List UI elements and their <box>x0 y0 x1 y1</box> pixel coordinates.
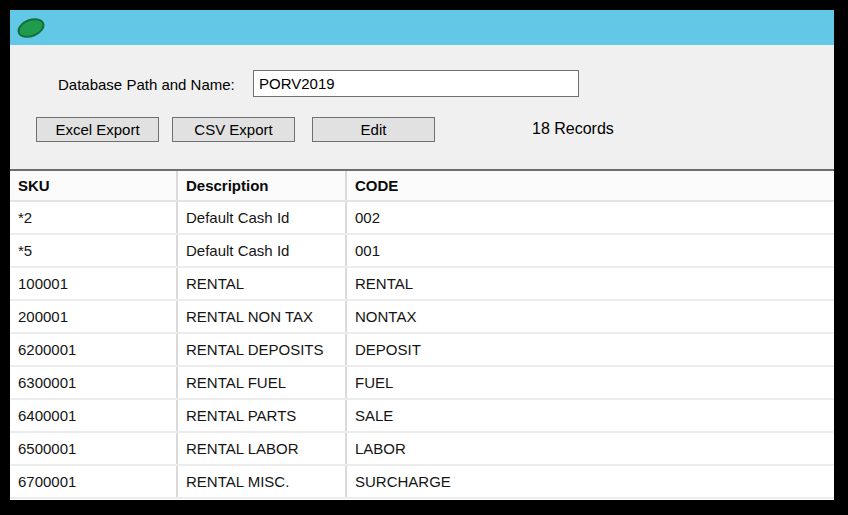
record-count-label: 18 Records <box>532 120 614 138</box>
cell-code[interactable]: FUEL <box>347 367 834 398</box>
cell-description[interactable]: RENTAL NON TAX <box>178 301 347 332</box>
cell-description[interactable]: Default Cash Id <box>178 202 347 233</box>
title-bar[interactable] <box>10 10 834 45</box>
cell-code[interactable]: SURCHARGE <box>347 466 834 497</box>
cell-description[interactable]: RENTAL DEPOSITS <box>178 334 347 365</box>
table-row[interactable]: *5 Default Cash Id 001 <box>10 235 834 268</box>
csv-export-button[interactable]: CSV Export <box>172 117 295 142</box>
cell-sku[interactable]: 6200001 <box>10 334 178 365</box>
cell-sku[interactable]: 6400001 <box>10 400 178 431</box>
table-row[interactable]: 100001 RENTAL RENTAL <box>10 268 834 301</box>
column-header-code[interactable]: CODE <box>347 171 834 200</box>
cell-sku[interactable]: *2 <box>10 202 178 233</box>
table-header-row: SKU Description CODE <box>10 171 834 202</box>
table-row[interactable]: *2 Default Cash Id 002 <box>10 202 834 235</box>
cell-code[interactable]: RENTAL <box>347 268 834 299</box>
cell-sku[interactable]: *5 <box>10 235 178 266</box>
cell-code[interactable]: 001 <box>347 235 834 266</box>
column-header-sku[interactable]: SKU <box>10 171 178 200</box>
cell-sku[interactable]: 6300001 <box>10 367 178 398</box>
cell-description[interactable]: RENTAL PARTS <box>178 400 347 431</box>
cell-sku[interactable]: 6700001 <box>10 466 178 497</box>
table-row[interactable]: 200001 RENTAL NON TAX NONTAX <box>10 301 834 334</box>
table-row[interactable]: 6700001 RENTAL MISC. SURCHARGE <box>10 466 834 499</box>
cell-sku[interactable]: 100001 <box>10 268 178 299</box>
cell-description[interactable]: RENTAL FUEL <box>178 367 347 398</box>
screen: { "window": { "titlebar_icon": "green-ov… <box>0 0 848 515</box>
table-row[interactable]: 6500001 RENTAL LABOR LABOR <box>10 433 834 466</box>
cell-code[interactable]: DEPOSIT <box>347 334 834 365</box>
cell-code[interactable]: SALE <box>347 400 834 431</box>
database-path-label: Database Path and Name: <box>58 76 235 93</box>
cell-code[interactable]: LABOR <box>347 433 834 464</box>
app-window: Database Path and Name: Excel Export CSV… <box>10 10 834 500</box>
cell-code[interactable]: 002 <box>347 202 834 233</box>
table-row[interactable]: 6400001 RENTAL PARTS SALE <box>10 400 834 433</box>
excel-export-button[interactable]: Excel Export <box>36 117 159 142</box>
database-path-input[interactable] <box>253 70 579 97</box>
data-grid: SKU Description CODE *2 Default Cash Id … <box>10 169 834 500</box>
table-row[interactable]: 6200001 RENTAL DEPOSITS DEPOSIT <box>10 334 834 367</box>
column-header-description[interactable]: Description <box>178 171 347 200</box>
cell-description[interactable]: RENTAL MISC. <box>178 466 347 497</box>
cell-description[interactable]: Default Cash Id <box>178 235 347 266</box>
cell-description[interactable]: RENTAL LABOR <box>178 433 347 464</box>
cell-sku[interactable]: 6500001 <box>10 433 178 464</box>
cell-code[interactable]: NONTAX <box>347 301 834 332</box>
green-oval-icon <box>14 14 50 46</box>
cell-sku[interactable]: 200001 <box>10 301 178 332</box>
cell-description[interactable]: RENTAL <box>178 268 347 299</box>
table-row[interactable]: 6300001 RENTAL FUEL FUEL <box>10 367 834 400</box>
edit-button[interactable]: Edit <box>312 117 435 142</box>
